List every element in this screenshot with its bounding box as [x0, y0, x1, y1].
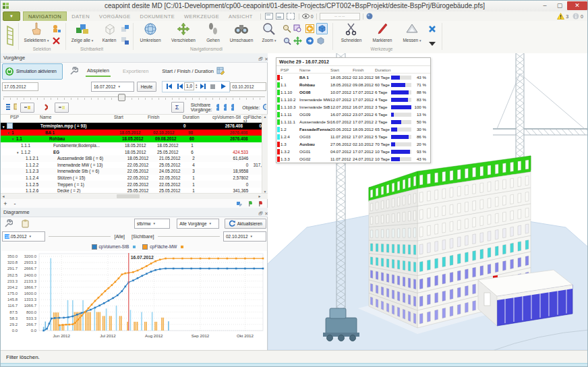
today-button[interactable]: Heute [137, 82, 156, 92]
week-task-row[interactable]: 1.3.3OG0211.07.201224.07.201210 Tage43 % [276, 155, 430, 163]
tab-ansicht[interactable]: ANSICHT [224, 12, 258, 21]
week-task-row[interactable]: 1.1.11.1Aussenwände StB16.07.201217.07.2… [276, 118, 430, 125]
tab-daten[interactable]: DATEN [67, 12, 94, 21]
eye-icon[interactable] [302, 13, 310, 19]
step-forward-button[interactable] [198, 82, 208, 90]
week-task-row[interactable]: 1BA 118.05.201202.10.201298 Tage43 % [276, 74, 430, 81]
task-list-icon[interactable] [6, 103, 10, 111]
task-table-vscrollbar[interactable]: ▲▼ [262, 115, 268, 194]
simulation-settings-button[interactable] [67, 65, 80, 78]
task-row[interactable]: 1.1.2.4Stützen ( = 15)22.05.201222.05.20… [1, 175, 268, 181]
task-row[interactable]: ▾Terminplan.mpp ( = 93)02676.4080 [1, 123, 268, 130]
edges-button[interactable]: Kanten [98, 22, 121, 43]
zoom-in-icon[interactable] [283, 24, 291, 32]
week-task-row[interactable]: 1.1.10OG0810.07.201217.07.20126 Tage88 % [276, 88, 430, 96]
zoom-extents-icon[interactable] [293, 36, 302, 45]
panel-float-icon[interactable]: 🗗 [258, 57, 263, 61]
maximize-button[interactable]: ▢ [552, 1, 567, 10]
cube-view-icon[interactable] [316, 36, 325, 45]
scale-tool-icon[interactable] [5, 25, 16, 47]
link-blue-icon[interactable] [236, 200, 242, 206]
view-forward-icon[interactable] [305, 36, 314, 45]
add-task-button[interactable]: + [1, 200, 10, 207]
status-text[interactable]: Filter löschen. [6, 354, 40, 360]
panel-float-icon[interactable]: 🗗 [258, 211, 263, 216]
current-date-combo[interactable]: 16.07.2012▾ [91, 82, 134, 92]
task-row[interactable]: 1.1.1Fundamente;Bodenpla...18.05.201218.… [1, 142, 268, 149]
remove-task-button[interactable]: - [10, 200, 20, 207]
step-back-button[interactable] [174, 82, 184, 90]
legend-swatch-flaeche[interactable] [142, 244, 148, 250]
more-tools-icon[interactable] [428, 37, 437, 46]
minimize-button[interactable]: – [537, 1, 552, 10]
visibility-down-icon[interactable] [121, 36, 129, 45]
task-row[interactable]: ▾1.1.2EG18.05.201225.05.20126424.5330 [1, 148, 268, 155]
collapse-button[interactable] [20, 103, 34, 113]
layout-single-icon[interactable] [265, 13, 273, 20]
play-button[interactable] [218, 82, 228, 90]
cut-button[interactable]: Schneiden [336, 22, 366, 43]
speed-spinner[interactable]: 1,0 [184, 82, 194, 90]
viewport-3d[interactable]: Woche 29 - 16.07.2012 PSP Name Start Fin… [268, 53, 588, 350]
task-table-hscrollbar[interactable]: ◄ ► [1, 193, 268, 199]
jump-start-button[interactable] [164, 82, 174, 90]
walk-mode-button[interactable]: Gehen [202, 22, 225, 43]
cumulative-chart[interactable]: 0.00.029.2266.758.3533.387.5800.0116.710… [1, 251, 267, 349]
pan-mode-button[interactable]: Verschieben [167, 22, 200, 43]
zoom-mode-button[interactable]: Zoom ▾ [258, 22, 280, 43]
stop-button[interactable] [208, 82, 218, 90]
week-task-row[interactable]: 1.1.10.3Innenwände StB12.07.201216.07.20… [276, 103, 430, 111]
refresh-chart-button[interactable]: Aktualisieren [225, 219, 266, 229]
help-ball-icon[interactable] [366, 13, 373, 20]
week-task-row[interactable]: 1.3Ausbau27.06.201202.10.201270 Tage20 % [276, 140, 430, 148]
warning-icon[interactable] [557, 13, 564, 20]
clear-tasks-icon[interactable] [44, 103, 47, 111]
visible-tasks-all-icon[interactable] [216, 103, 219, 111]
expand-button[interactable] [55, 103, 69, 113]
sfd-config-button[interactable] [214, 65, 227, 78]
range-alle-label[interactable]: [Alle] [114, 234, 125, 239]
chart-settings-button[interactable] [2, 217, 15, 230]
week-task-row[interactable]: 1.1.10.2Innenwände MW12.07.201217.07.201… [276, 96, 430, 103]
flag-green-icon[interactable] [246, 200, 252, 206]
chart-preset-combo[interactable]: stb/mw▾ [134, 219, 170, 229]
tab-navigation[interactable]: NAVIGATION [23, 11, 67, 21]
show-all-button[interactable]: Zeige alle ▾ [68, 22, 96, 43]
zoom-selected-icon[interactable] [283, 36, 291, 45]
visible-tasks-add-icon[interactable] [223, 103, 227, 111]
week-task-row[interactable]: 1.3.2OG0104.07.201217.07.201210 Tage93 % [276, 148, 430, 155]
week-task-row[interactable]: 1.2Fassade/Fenster20.06.201218.09.201265… [276, 125, 430, 133]
tab-abspielen[interactable]: Abspielen [86, 65, 111, 77]
objects-search-icon[interactable] [262, 103, 266, 112]
task-table-header[interactable]: PSP Name Start Finish Duration cpVolumen… [1, 115, 268, 123]
week-progress-panel[interactable]: Woche 29 - 16.07.2012 PSP Name Start Fin… [276, 57, 431, 163]
select-button[interactable]: Selektieren ▾ [22, 22, 51, 43]
task-row[interactable]: 1.1.2.2Innenwände MW ( = 13)22.05.201225… [1, 162, 268, 169]
week-task-row[interactable]: 1.1.11OG0916.07.201223.07.20126 Tage13 % [276, 111, 430, 118]
slider-thumb[interactable] [118, 94, 125, 101]
chart-date-from-combo[interactable]: 18.05.2012▾ [2, 231, 45, 242]
task-row[interactable]: 1.1.2.5Treppen ( = 1)22.05.201222.05.201… [1, 181, 268, 188]
measure-button[interactable]: Messen ▾ [399, 22, 425, 43]
view-back-icon[interactable] [305, 24, 314, 32]
activate-simulation-button[interactable]: Simulation aktivieren [2, 63, 63, 80]
sum-toggle-button[interactable]: Σ [171, 102, 184, 113]
tab-vorgaenge[interactable]: VORGÄNGE [94, 12, 136, 21]
timeline-slider[interactable] [2, 94, 266, 101]
tab-dokumente[interactable]: DOKUMENTE [136, 12, 180, 21]
app-menu-button[interactable]: ▼ [3, 11, 20, 21]
chart-date-to-combo[interactable]: 02.10.2012▾ [223, 231, 266, 242]
task-chart-icon[interactable] [13, 103, 17, 111]
task-row[interactable]: ▾1.1Rohbau18.05.201209.08.2012602676.408… [1, 136, 268, 142]
layout-split-icon[interactable] [276, 13, 284, 20]
zoom-window-icon[interactable] [293, 24, 302, 32]
hscroll-thumb[interactable] [117, 194, 140, 198]
flag-red-icon[interactable] [256, 200, 262, 206]
task-row[interactable]: 1.1.2.1Aussenwände StB ( = 6)18.05.20122… [1, 155, 268, 162]
range-end-field[interactable]: 03.10.2012 [230, 82, 266, 91]
mark-button[interactable]: Markieren [368, 22, 397, 43]
copy-chart-button[interactable] [19, 217, 32, 230]
layout-full-icon[interactable] [287, 13, 295, 20]
visibility-up-icon[interactable] [121, 24, 129, 32]
task-row[interactable]: ▾1BA 118.05.201202.10.2012982676.4080 [1, 130, 268, 136]
